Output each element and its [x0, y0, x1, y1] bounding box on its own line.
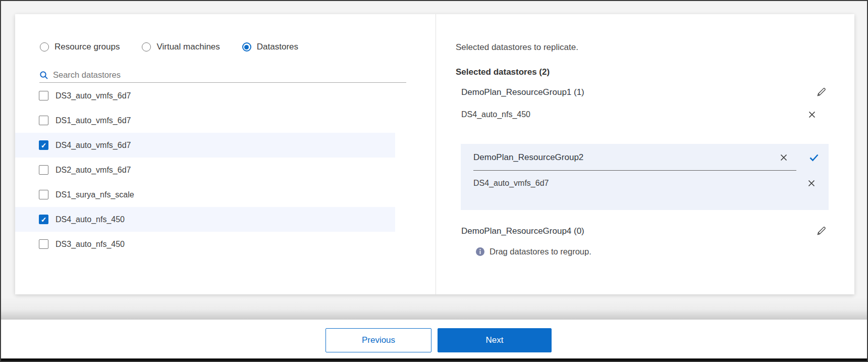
previous-button[interactable]: Previous	[326, 328, 431, 352]
panel-intro-text: Selected datastores to replicate.	[456, 42, 854, 53]
confirm-check-icon[interactable]	[808, 152, 820, 163]
datastore-selection-card: Resource groups Virtual machines Datasto…	[15, 14, 854, 294]
bottom-black-bar	[1, 358, 867, 361]
resource-group-edit-box: DemoPlan_ResourceGroup2	[461, 144, 829, 210]
checkbox-checked[interactable]	[39, 140, 48, 150]
replication-wizard-screen: Resource groups Virtual machines Datasto…	[0, 0, 868, 362]
radio-circle-icon[interactable]	[40, 42, 49, 51]
resource-group-name: DemoPlan_ResourceGroup1 (1)	[461, 87, 584, 97]
checkbox-unchecked[interactable]	[39, 116, 48, 125]
pencil-icon[interactable]	[815, 225, 827, 237]
wizard-footer	[1, 320, 867, 358]
search-icon	[39, 71, 48, 80]
radio-datastores[interactable]: Datastores	[242, 42, 298, 52]
selected-datastores-header: Selected datastores (2)	[456, 67, 854, 77]
datastore-row[interactable]: DS2_auto_vmfs_6d7	[15, 158, 395, 182]
next-button[interactable]: Next	[438, 328, 552, 352]
datastore-name: DS4_auto_nfs_450	[56, 215, 125, 224]
search-input[interactable]	[53, 70, 406, 80]
resource-group-row: DemoPlan_ResourceGroup1 (1)	[456, 81, 854, 104]
cancel-edit-x-icon[interactable]	[779, 153, 788, 162]
footer-top-shadow	[1, 297, 867, 320]
datastore-row[interactable]: DS1_surya_nfs_scale	[15, 182, 395, 207]
info-icon	[476, 247, 484, 256]
x-icon[interactable]	[807, 110, 817, 119]
group-name-input[interactable]: DemoPlan_ResourceGroup2	[473, 152, 583, 163]
datastore-row[interactable]: DS3_auto_vmfs_6d7	[15, 83, 395, 108]
datastore-row[interactable]: DS4_auto_nfs_450	[15, 207, 395, 232]
checkbox-unchecked[interactable]	[39, 239, 48, 249]
x-icon[interactable]	[807, 179, 816, 188]
resource-group-name: DemoPlan_ResourceGroup4 (0)	[461, 226, 584, 236]
right-panel: Selected datastores to replicate. Select…	[436, 14, 854, 294]
resource-group-row: DemoPlan_ResourceGroup4 (0)	[456, 220, 854, 242]
checkbox-unchecked[interactable]	[39, 91, 48, 100]
selected-groups-scroll-area: Selected datastores to replicate. Select…	[436, 14, 854, 260]
grouped-datastore-name: DS4_auto_vmfs_6d7	[473, 179, 549, 188]
datastore-row[interactable]: DS1_auto_vmfs_6d7	[15, 108, 395, 133]
checkbox-unchecked[interactable]	[39, 165, 48, 175]
datastore-search	[39, 68, 406, 83]
group-name-edit-row: DemoPlan_ResourceGroup2	[461, 144, 829, 171]
datastore-name: DS3_auto_vmfs_6d7	[56, 91, 131, 100]
datastore-name: DS1_surya_nfs_scale	[56, 190, 134, 199]
checkbox-unchecked[interactable]	[39, 190, 48, 199]
datastore-name: DS3_auto_nfs_450	[56, 240, 125, 249]
grouped-datastore-row: DS4_auto_nfs_450	[456, 104, 854, 126]
radio-resource-groups[interactable]: Resource groups	[40, 42, 120, 52]
radio-label: Datastores	[257, 42, 298, 52]
datastore-row[interactable]: DS4_auto_vmfs_6d7	[15, 133, 395, 158]
grouped-datastore-name: DS4_auto_nfs_450	[461, 110, 530, 119]
left-panel: Resource groups Virtual machines Datasto…	[15, 14, 436, 294]
datastore-name: DS2_auto_vmfs_6d7	[56, 166, 131, 175]
pencil-icon[interactable]	[815, 86, 827, 98]
scope-radio-group: Resource groups Virtual machines Datasto…	[40, 42, 298, 52]
datastore-name: DS4_auto_vmfs_6d7	[56, 141, 131, 150]
checkbox-checked[interactable]	[39, 215, 48, 224]
datastore-list: DS3_auto_vmfs_6d7 DS1_auto_vmfs_6d7 DS4_…	[15, 83, 436, 256]
radio-label: Resource groups	[55, 42, 120, 52]
radio-circle-icon-selected[interactable]	[242, 42, 251, 51]
radio-label: Virtual machines	[156, 42, 220, 52]
drag-hint-text: Drag datastores to regroup.	[490, 247, 591, 256]
drag-hint-row: Drag datastores to regroup.	[476, 245, 854, 257]
radio-circle-icon[interactable]	[142, 42, 151, 51]
grouped-datastore-row: DS4_auto_vmfs_6d7	[461, 171, 829, 196]
datastore-row[interactable]: DS3_auto_nfs_450	[15, 232, 395, 256]
datastore-name: DS1_auto_vmfs_6d7	[56, 116, 131, 125]
radio-virtual-machines[interactable]: Virtual machines	[142, 42, 220, 52]
